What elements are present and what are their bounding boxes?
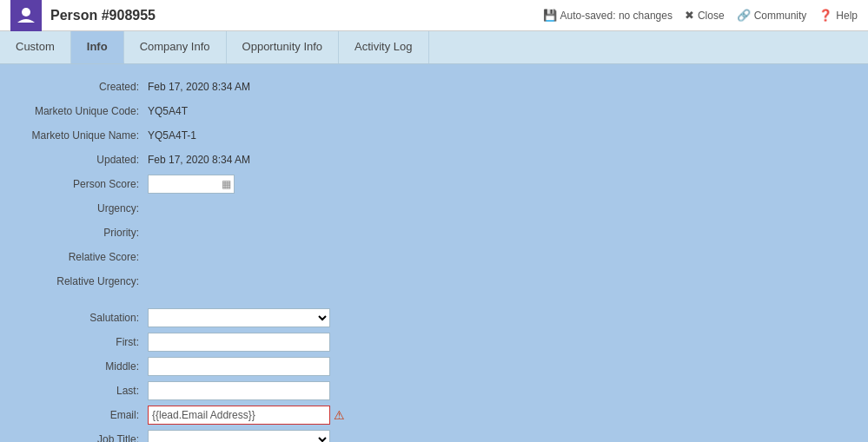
tab-opportunity-info[interactable]: Opportunity Info [227,31,340,63]
job-title-row: Job Title: [17,429,851,442]
tab-info[interactable]: Info [71,31,124,63]
content-area: Created: Feb 17, 2020 8:34 AM Marketo Un… [0,64,868,442]
updated-label: Updated: [17,154,148,166]
tab-activity-log[interactable]: Activity Log [339,31,428,63]
job-title-label: Job Title: [17,433,148,442]
priority-label: Priority: [17,227,148,239]
priority-row: Priority: [17,222,851,243]
tab-company-info[interactable]: Company Info [124,31,227,63]
help-button[interactable]: ❓ Help [818,9,858,22]
help-icon: ❓ [818,9,832,22]
marketo-name-label: Marketo Unique Name: [17,129,148,142]
last-label: Last: [17,385,148,397]
last-row: Last: [17,380,851,401]
person-score-label: Person Score: [17,178,148,190]
relative-urgency-label: Relative Urgency: [17,275,148,287]
tab-custom[interactable]: Custom [0,31,71,63]
urgency-row: Urgency: [17,198,851,219]
job-title-select[interactable] [148,430,330,442]
created-label: Created: [17,81,148,93]
community-button[interactable]: 🔗 Community [737,9,807,22]
created-row: Created: Feb 17, 2020 8:34 AM [17,76,851,97]
person-score-input-wrap: ▦ [148,175,235,194]
salutation-label: Salutation: [17,312,148,324]
page-title: Person #908955 [50,8,543,23]
updated-value: Feb 17, 2020 8:34 AM [148,154,250,166]
first-input[interactable] [148,333,330,352]
salutation-select[interactable]: Mr. Ms. Mrs. Dr. [148,308,330,327]
email-warning-icon: ⚠ [334,408,345,422]
header: Person #908955 💾 Auto-saved: no changes … [0,0,868,31]
auto-saved-status: 💾 Auto-saved: no changes [543,9,673,22]
email-input[interactable] [148,406,330,425]
relative-score-row: Relative Score: [17,247,851,267]
community-icon: 🔗 [737,9,751,22]
first-row: First: [17,332,851,353]
urgency-label: Urgency: [17,202,148,214]
last-input[interactable] [148,381,330,400]
middle-input[interactable] [148,357,330,376]
relative-urgency-row: Relative Urgency: [17,271,851,292]
marketo-name-row: Marketo Unique Name: YQ5A4T-1 [17,125,851,146]
svg-point-0 [22,8,30,16]
middle-label: Middle: [17,360,148,373]
score-icon: ▦ [222,178,231,190]
marketo-code-row: Marketo Unique Code: YQ5A4T [17,101,851,122]
relative-score-label: Relative Score: [17,251,148,263]
close-button[interactable]: ✖ Close [685,9,725,22]
close-icon: ✖ [685,9,694,22]
first-label: First: [17,336,148,348]
salutation-row: Salutation: Mr. Ms. Mrs. Dr. [17,307,851,328]
marketo-code-label: Marketo Unique Code: [17,105,148,117]
updated-row: Updated: Feb 17, 2020 8:34 AM [17,149,851,170]
person-score-row: Person Score: ▦ [17,174,851,195]
logo [10,0,42,31]
marketo-code-value: YQ5A4T [148,105,188,117]
tab-bar: Custom Info Company Info Opportunity Inf… [0,31,868,64]
created-value: Feb 17, 2020 8:34 AM [148,81,250,93]
header-actions: 💾 Auto-saved: no changes ✖ Close 🔗 Commu… [543,9,858,22]
email-row: Email: ⚠ [17,405,851,426]
middle-row: Middle: [17,356,851,377]
marketo-name-value: YQ5A4T-1 [148,129,196,142]
email-label: Email: [17,409,148,421]
save-icon: 💾 [543,9,557,22]
